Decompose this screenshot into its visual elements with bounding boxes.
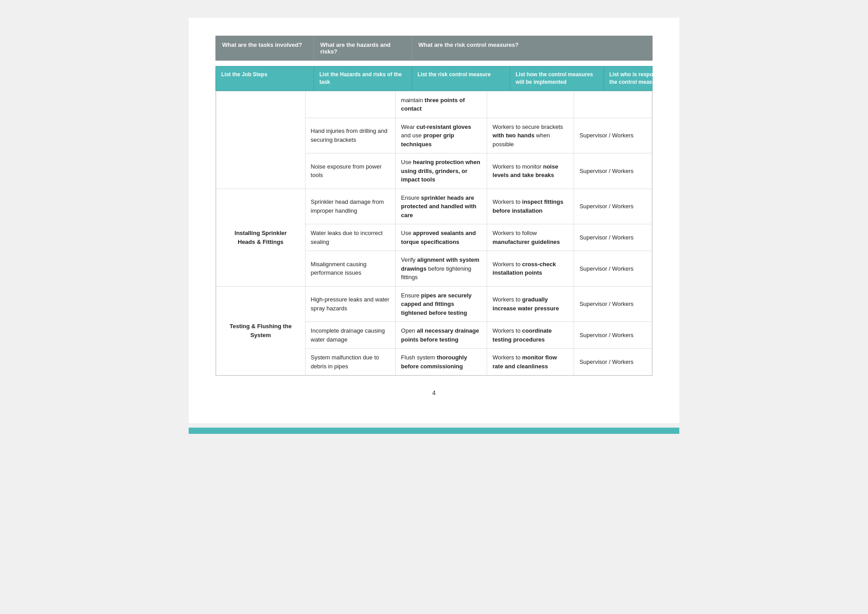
cell-implementation: Workers to monitor flow rate and cleanli… [487, 349, 574, 375]
cell-hazard: System malfunction due to debris in pipe… [305, 349, 395, 375]
cell-implementation [487, 91, 574, 118]
cell-control-measure: Open all necessary drainage points befor… [396, 322, 487, 349]
cell-control-measure: Use approved sealants and torque specifi… [396, 224, 487, 251]
cell-control-measure: Ensure pipes are securely capped and fit… [396, 286, 487, 322]
table-row: Installing SprinklerHeads & FittingsSpri… [216, 189, 652, 224]
cell-hazard [305, 91, 395, 118]
top-header-col1: What are the tasks involved? [216, 36, 314, 60]
cell-job-step: Testing & Flushing theSystem [216, 286, 306, 375]
top-header: What are the tasks involved? What are th… [215, 36, 653, 61]
cell-hazard: Sprinkler head damage from improper hand… [305, 189, 395, 224]
sub-header-col4: List how the control measures will be im… [510, 66, 604, 91]
cell-implementation: Workers to follow manufacturer guideline… [487, 224, 574, 251]
cell-job-step [216, 91, 306, 189]
cell-hazard: Water leaks due to incorrect sealing [305, 224, 395, 251]
cell-hazard: Hand injuries from drilling and securing… [305, 118, 395, 153]
cell-implementation: Workers to inspect fittings before insta… [487, 189, 574, 224]
cell-control-measure: Wear cut-resistant gloves and use proper… [396, 118, 487, 153]
cell-implementation: Workers to coordinate testing procedures [487, 322, 574, 349]
cell-responsible: Supervisor / Workers [574, 189, 652, 224]
cell-implementation: Workers to gradually increase water pres… [487, 286, 574, 322]
cell-hazard: Misalignment causing performance issues [305, 251, 395, 287]
table-row: maintain three points of contact [216, 91, 652, 118]
cell-responsible: Supervisor / Workers [574, 349, 652, 375]
cell-responsible: Supervisor / Workers [574, 118, 652, 153]
cell-responsible: Supervisor / Workers [574, 286, 652, 322]
cell-hazard: Incomplete drainage causing water damage [305, 322, 395, 349]
cell-control-measure: maintain three points of contact [396, 91, 487, 118]
table-row: Testing & Flushing theSystemHigh-pressur… [216, 286, 652, 322]
page-wrapper: What are the tasks involved? What are th… [189, 18, 679, 423]
bottom-bar [189, 428, 679, 434]
table-body: maintain three points of contactHand inj… [215, 91, 653, 376]
cell-responsible: Supervisor / Workers [574, 224, 652, 251]
cell-hazard: High-pressure leaks and water spray haza… [305, 286, 395, 322]
cell-hazard: Noise exposure from power tools [305, 153, 395, 189]
cell-responsible: Supervisor / Workers [574, 322, 652, 349]
sub-header-col2: List the Hazards and risks of the task [314, 66, 412, 91]
cell-control-measure: Flush system thoroughly before commissio… [396, 349, 487, 375]
cell-control-measure: Ensure sprinkler heads are protected and… [396, 189, 487, 224]
sub-header: List the Job Steps List the Hazards and … [215, 66, 653, 91]
cell-job-step: Installing SprinklerHeads & Fittings [216, 189, 306, 286]
sub-header-col1: List the Job Steps [216, 66, 314, 91]
page-number: 4 [215, 389, 653, 396]
top-header-col2: What are the hazards and risks? [314, 36, 412, 60]
sub-header-col5: List who is responsible for the control … [604, 66, 689, 91]
cell-control-measure: Verify alignment with system drawings be… [396, 251, 487, 287]
cell-responsible: Supervisor / Workers [574, 153, 652, 189]
cell-responsible: Supervisor / Workers [574, 251, 652, 287]
cell-implementation: Workers to cross-check installation poin… [487, 251, 574, 287]
sub-header-col3: List the risk control measure [412, 66, 510, 91]
risk-table: maintain three points of contactHand inj… [216, 91, 652, 376]
cell-responsible [574, 91, 652, 118]
cell-implementation: Workers to secure brackets with two hand… [487, 118, 574, 153]
top-header-col3: What are the risk control measures? [412, 36, 652, 60]
cell-implementation: Workers to monitor noise levels and take… [487, 153, 574, 189]
cell-control-measure: Use hearing protection when using drills… [396, 153, 487, 189]
